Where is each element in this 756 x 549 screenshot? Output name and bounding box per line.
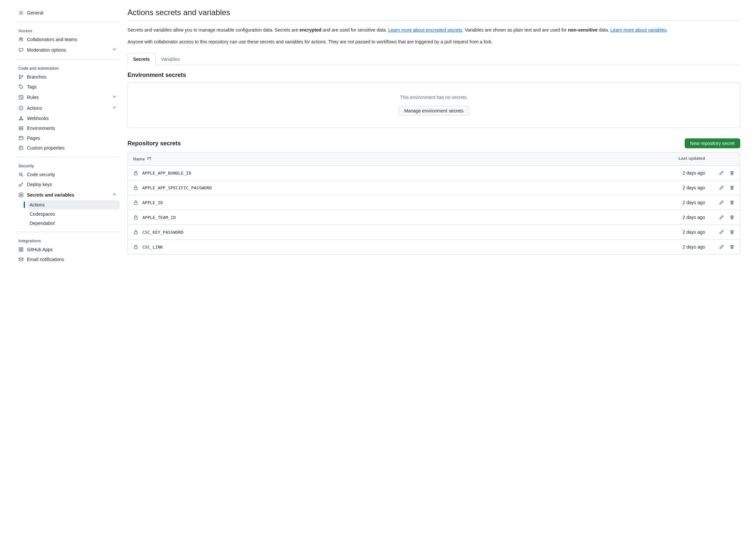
svg-rect-22 bbox=[21, 248, 23, 249]
description-2: Anyone with collaborator access to this … bbox=[128, 38, 740, 46]
sidebar-subitem-actions[interactable]: Actions bbox=[27, 200, 120, 209]
table-row: CSC_KEY_PASSWORD2 days ago bbox=[128, 225, 740, 240]
secret-updated: 2 days ago bbox=[659, 215, 705, 220]
secret-name: APPLE_APP_SPECIFIC_PASSWORD bbox=[133, 185, 659, 190]
lock-icon bbox=[133, 244, 138, 250]
delete-button[interactable] bbox=[729, 229, 735, 235]
sidebar-item-environments[interactable]: Environments bbox=[16, 123, 120, 133]
edit-button[interactable] bbox=[719, 185, 724, 190]
svg-rect-24 bbox=[21, 250, 23, 251]
edit-button[interactable] bbox=[719, 244, 724, 250]
svg-point-6 bbox=[20, 85, 20, 86]
tab-secrets[interactable]: Secrets bbox=[128, 53, 155, 65]
svg-point-15 bbox=[20, 129, 20, 129]
sidebar-item-pages[interactable]: Pages bbox=[16, 133, 120, 143]
table-row: APPLE_TEAM_ID2 days ago bbox=[128, 210, 740, 225]
sidebar-item-deploy-keys[interactable]: Deploy keys bbox=[16, 179, 120, 189]
key-icon bbox=[18, 182, 24, 187]
server-icon bbox=[18, 126, 24, 131]
new-repository-secret-button[interactable]: New repository secret bbox=[685, 138, 740, 148]
delete-button[interactable] bbox=[729, 170, 735, 176]
secret-updated: 2 days ago bbox=[659, 170, 705, 176]
secret-updated: 2 days ago bbox=[659, 185, 705, 190]
sidebar-item-code-security[interactable]: Code security bbox=[16, 170, 120, 179]
chevron-down-icon bbox=[112, 105, 117, 111]
svg-rect-7 bbox=[19, 95, 23, 99]
sidebar-item-actions[interactable]: Actions bbox=[16, 103, 120, 113]
edit-button[interactable] bbox=[719, 170, 724, 176]
svg-point-0 bbox=[20, 12, 22, 13]
tag-icon bbox=[18, 84, 24, 89]
svg-rect-23 bbox=[19, 250, 21, 251]
svg-rect-17 bbox=[19, 146, 23, 150]
repository-secrets-table: Name Last updated APPLE_APP_BUNDLE_ID2 d… bbox=[128, 152, 740, 254]
sidebar-item-webhooks[interactable]: Webhooks bbox=[16, 113, 120, 123]
sidebar-heading: Security bbox=[16, 161, 120, 170]
column-name[interactable]: Name bbox=[133, 156, 659, 162]
secret-name: CSC_LINK bbox=[133, 244, 659, 250]
svg-point-1 bbox=[19, 38, 21, 39]
svg-rect-21 bbox=[19, 248, 21, 249]
svg-point-2 bbox=[21, 38, 23, 39]
column-updated[interactable]: Last updated bbox=[659, 156, 705, 162]
edit-button[interactable] bbox=[719, 200, 724, 205]
repository-secrets-heading: Repository secrets bbox=[128, 140, 181, 147]
gear-icon bbox=[18, 10, 24, 15]
edit-button[interactable] bbox=[719, 215, 724, 220]
browser-icon bbox=[18, 135, 24, 141]
link-variables[interactable]: Learn more about variables bbox=[610, 27, 666, 33]
description-1: Secrets and variables allow you to manag… bbox=[128, 27, 740, 34]
sidebar-subitem-codespaces[interactable]: Codespaces bbox=[27, 209, 120, 219]
secret-name: APPLE_TEAM_ID bbox=[133, 215, 659, 220]
environment-empty-text: This environment has no secrets. bbox=[133, 95, 735, 100]
delete-button[interactable] bbox=[729, 244, 735, 250]
rules-icon bbox=[18, 95, 24, 100]
svg-rect-26 bbox=[134, 173, 137, 175]
lock-icon bbox=[133, 229, 138, 235]
secret-name: CSC_KEY_PASSWORD bbox=[133, 229, 659, 235]
secret-updated: 2 days ago bbox=[659, 200, 705, 205]
svg-rect-31 bbox=[134, 247, 137, 249]
chevron-down-icon bbox=[112, 94, 117, 100]
table-row: CSC_LINK2 days ago bbox=[128, 240, 740, 254]
settings-sidebar: General AccessCollaborators and teamsMod… bbox=[16, 8, 128, 272]
svg-rect-13 bbox=[19, 129, 23, 130]
svg-rect-29 bbox=[134, 217, 137, 219]
link-encrypted-secrets[interactable]: Learn more about encrypted secrets bbox=[388, 27, 462, 33]
table-row: APPLE_APP_SPECIFIC_PASSWORD2 days ago bbox=[128, 180, 740, 195]
sidebar-item-branches[interactable]: Branches bbox=[16, 72, 120, 82]
people-icon bbox=[18, 37, 24, 42]
sidebar-item-moderation-options[interactable]: Moderation options bbox=[16, 44, 120, 55]
sidebar-item-rules[interactable]: Rules bbox=[16, 92, 120, 103]
tab-variables[interactable]: Variables bbox=[155, 53, 185, 65]
sidebar-subitem-dependabot[interactable]: Dependabot bbox=[27, 219, 120, 228]
main-content: Actions secrets and variables Secrets an… bbox=[128, 8, 740, 272]
sidebar-item-collaborators-and-teams[interactable]: Collaborators and teams bbox=[16, 35, 120, 44]
secret-updated: 2 days ago bbox=[659, 229, 705, 235]
play-icon bbox=[18, 106, 24, 111]
svg-rect-12 bbox=[19, 127, 23, 128]
mail-icon bbox=[18, 257, 24, 262]
sidebar-item-tags[interactable]: Tags bbox=[16, 82, 120, 92]
sidebar-heading: Code and automation bbox=[16, 63, 120, 72]
edit-button[interactable] bbox=[719, 229, 724, 235]
sidebar-item-email-notifications[interactable]: Email notifications bbox=[16, 254, 120, 264]
manage-environment-secrets-button[interactable]: Manage environment secrets bbox=[399, 106, 469, 116]
table-row: APPLE_ID2 days ago bbox=[128, 195, 740, 210]
sidebar-item-custom-properties[interactable]: Custom properties bbox=[16, 143, 120, 153]
table-header: Name Last updated bbox=[128, 153, 740, 166]
note-icon bbox=[18, 145, 24, 151]
lock-icon bbox=[133, 215, 138, 220]
svg-rect-25 bbox=[19, 258, 23, 261]
environment-secrets-box: This environment has no secrets. Manage … bbox=[128, 83, 740, 128]
apps-icon bbox=[18, 247, 24, 252]
delete-button[interactable] bbox=[729, 215, 735, 220]
tabs: Secrets Variables bbox=[128, 53, 740, 65]
sidebar-heading: Access bbox=[16, 26, 120, 35]
chevron-up-icon bbox=[112, 192, 117, 198]
delete-button[interactable] bbox=[729, 200, 735, 205]
delete-button[interactable] bbox=[729, 185, 735, 190]
sidebar-item-github-apps[interactable]: GitHub Apps bbox=[16, 245, 120, 254]
sidebar-item-secrets-and-variables[interactable]: Secrets and variables bbox=[16, 189, 120, 200]
sidebar-item-general[interactable]: General bbox=[16, 8, 120, 18]
